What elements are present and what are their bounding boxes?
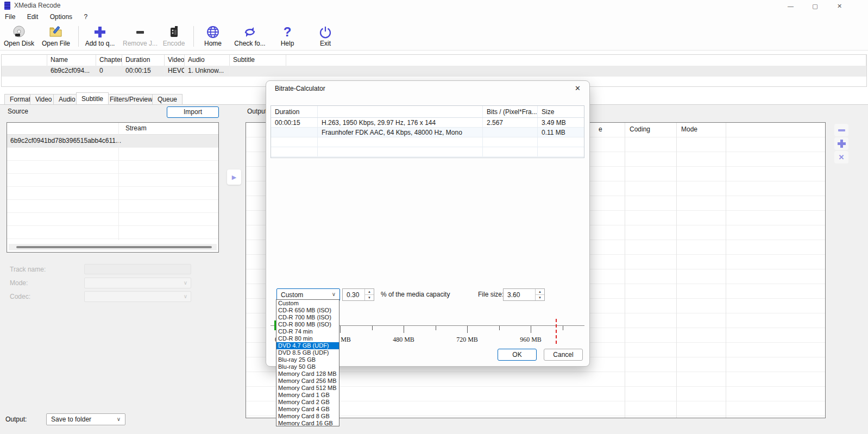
remove-stream-button[interactable] xyxy=(834,124,848,136)
tick-label-480: 480 MB xyxy=(393,336,414,344)
spin-up-icon[interactable]: ▲ xyxy=(536,289,544,295)
globe-icon xyxy=(200,24,226,40)
menu-file[interactable]: File xyxy=(0,12,20,22)
add-stream-side-button[interactable] xyxy=(834,137,848,150)
minus-icon xyxy=(121,24,160,40)
minimize-icon[interactable]: — xyxy=(778,0,803,12)
option-custom[interactable]: Custom xyxy=(276,300,339,307)
open-disk-button[interactable]: Open Disk xyxy=(2,24,36,49)
column-name[interactable]: Name xyxy=(47,55,96,66)
option-cdr-800[interactable]: CD-R 800 MB (ISO) xyxy=(276,321,339,328)
tab-subtitle[interactable]: Subtitle xyxy=(76,92,109,104)
column-divider xyxy=(118,123,119,240)
option-mc-256[interactable]: Memory Card 256 MB xyxy=(276,378,339,385)
track-name-label: Track name: xyxy=(10,266,46,273)
option-mc-1gb[interactable]: Memory Card 1 GB xyxy=(276,392,339,399)
percent-value: 0.30 xyxy=(347,291,359,299)
tick-label-960: 960 MB xyxy=(520,336,542,344)
dialog-title: Bitrate-Calculator xyxy=(275,85,325,92)
stream-info-table: Duration Bits / (Pixel*Fra... Size 00:00… xyxy=(271,105,584,158)
option-mc-16gb[interactable]: Memory Card 16 GB xyxy=(276,420,339,426)
column-subtitle[interactable]: Subtitle xyxy=(230,55,286,66)
clear-streams-button[interactable]: ✕ xyxy=(834,151,848,163)
cancel-button[interactable]: Cancel xyxy=(544,349,583,361)
option-cdr-700[interactable]: CD-R 700 MB (ISO) xyxy=(276,314,339,321)
ok-button[interactable]: OK xyxy=(498,349,537,361)
film-canister-icon xyxy=(160,24,188,40)
toolbar: Open Disk Open File Add to q... Remove J… xyxy=(0,23,868,51)
option-cdr-74min[interactable]: CD-R 74 min xyxy=(276,328,339,335)
menu-help[interactable]: ? xyxy=(79,12,92,22)
output-panel-label: Output xyxy=(247,108,267,115)
column-duration[interactable]: Duration xyxy=(122,55,165,66)
home-button[interactable]: Home xyxy=(200,24,226,49)
percent-spinner[interactable]: 0.30 ▲ ▼ xyxy=(342,288,374,301)
add-stream-button[interactable]: ▶ xyxy=(227,169,241,185)
stream-column-header[interactable]: Stream xyxy=(125,124,147,132)
percent-caption: % of the media capacity xyxy=(381,291,450,298)
column-chapters[interactable]: Chapters xyxy=(96,55,122,66)
encode-button: Encode xyxy=(160,24,188,49)
app-icon xyxy=(4,2,10,10)
audio-stream-row: Fraunhofer FDK AAC, 64 Kbps, 48000 Hz, M… xyxy=(271,128,584,137)
option-mc-4gb[interactable]: Memory Card 4 GB xyxy=(276,406,339,413)
save-mode-select[interactable]: Save to folder ∨ xyxy=(46,413,125,425)
option-mc-2gb[interactable]: Memory Card 2 GB xyxy=(276,399,339,406)
column-video[interactable]: Video xyxy=(165,55,185,66)
column-language-partial[interactable]: e xyxy=(599,125,602,133)
video-stream-row: 00:00:15 H.263, 1950 Kbps, 29.97 Hz, 176… xyxy=(271,118,584,128)
exit-button[interactable]: Exit xyxy=(314,24,337,49)
power-icon xyxy=(314,24,337,40)
option-mc-128[interactable]: Memory Card 128 MB xyxy=(276,370,339,378)
help-button[interactable]: ? Help xyxy=(276,24,299,49)
cell-audio: 1. Unknow... xyxy=(185,66,230,77)
file-size-spinner[interactable]: 3.60 ▲ ▼ xyxy=(503,288,545,301)
option-dvd-47[interactable]: DVD 4.7 GB (UDF) xyxy=(276,342,339,349)
column-coding[interactable]: Coding xyxy=(630,125,650,133)
option-dvd-85[interactable]: DVD 8.5 GB (UDF) xyxy=(276,349,339,356)
source-label: Source xyxy=(8,108,28,115)
menu-options[interactable]: Options xyxy=(45,12,77,22)
toolbar-separator xyxy=(193,26,194,47)
tab-filters-preview[interactable]: Filters/Preview xyxy=(104,94,158,104)
add-to-queue-button[interactable]: Add to q... xyxy=(81,24,118,49)
cell-subtitle xyxy=(230,66,286,77)
menu-edit[interactable]: Edit xyxy=(22,12,43,22)
mode-select: ∨ xyxy=(84,278,191,288)
spin-down-icon[interactable]: ▼ xyxy=(536,295,544,300)
option-cdr-80min[interactable]: CD-R 80 min xyxy=(276,335,339,342)
option-bluray-25[interactable]: Blu-ray 25 GB xyxy=(276,356,339,363)
stream-row[interactable]: 6b9c2cf0941bd78b396515abb4c611... xyxy=(7,135,218,148)
option-cdr-650[interactable]: CD-R 650 MB (ISO) xyxy=(276,307,339,314)
chevron-down-icon: ∨ xyxy=(184,293,187,299)
horizontal-scrollbar[interactable] xyxy=(9,244,217,250)
option-bluray-50[interactable]: Blu-ray 50 GB xyxy=(276,363,339,370)
maximize-icon[interactable]: ▢ xyxy=(803,0,827,12)
file-size-value: 3.60 xyxy=(507,291,520,299)
disc-icon xyxy=(2,24,36,40)
close-icon[interactable]: ✕ xyxy=(827,0,852,12)
dialog-close-icon[interactable]: ✕ xyxy=(575,84,581,92)
column-mode[interactable]: Mode xyxy=(681,125,697,133)
spin-down-icon[interactable]: ▼ xyxy=(365,295,374,300)
column-audio[interactable]: Audio xyxy=(185,55,230,66)
option-mc-512[interactable]: Memory Card 512 MB xyxy=(276,385,339,392)
scrollbar-thumb[interactable] xyxy=(16,246,212,248)
tab-queue[interactable]: Queue xyxy=(152,94,183,104)
question-mark-icon: ? xyxy=(276,24,299,40)
window-title: XMedia Recode xyxy=(14,2,60,9)
spin-up-icon[interactable]: ▲ xyxy=(365,289,374,295)
column-size: Size xyxy=(538,106,584,117)
plus-icon xyxy=(838,140,846,148)
capacity-value: Custom xyxy=(281,291,303,299)
open-file-button[interactable]: Open File xyxy=(39,24,73,49)
x-icon: ✕ xyxy=(839,154,845,161)
import-button[interactable]: Import xyxy=(167,106,219,118)
cell-duration: 00:00:15 xyxy=(122,66,165,77)
menu-bar: File Edit Options ? xyxy=(0,12,868,23)
arrow-right-icon: ▶ xyxy=(232,174,236,180)
option-mc-8gb[interactable]: Memory Card 8 GB xyxy=(276,413,339,420)
job-row[interactable]: 6b9c2cf094... 0 00:00:15 HEVC... 1. Unkn… xyxy=(2,66,866,77)
check-updates-button[interactable]: Check fo... xyxy=(230,24,269,49)
chevron-down-icon: ∨ xyxy=(117,416,121,422)
